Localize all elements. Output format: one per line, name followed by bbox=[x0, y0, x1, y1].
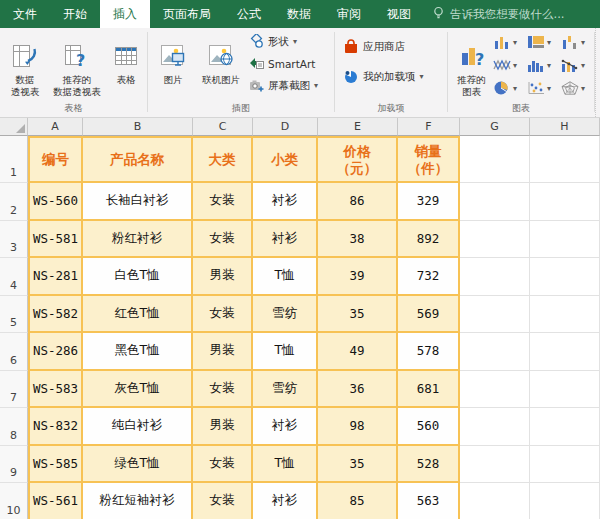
cell-B1[interactable]: 产品名称 bbox=[83, 136, 193, 183]
cell-E5[interactable]: 35 bbox=[318, 296, 398, 334]
cell-C2[interactable]: 女装 bbox=[193, 183, 253, 221]
cell-B4[interactable]: 白色T恤 bbox=[83, 258, 193, 296]
treemap-chart-button[interactable]: ▾ bbox=[527, 33, 560, 53]
cell-G2[interactable] bbox=[460, 183, 530, 221]
cell-C3[interactable]: 女装 bbox=[193, 221, 253, 259]
cell-F3[interactable]: 892 bbox=[398, 221, 460, 259]
cell-A4[interactable]: NS-281 bbox=[28, 258, 83, 296]
cell-B9[interactable]: 绿色T恤 bbox=[83, 446, 193, 484]
cell-B7[interactable]: 灰色T恤 bbox=[83, 371, 193, 409]
tab-review[interactable]: 审阅 bbox=[324, 0, 374, 28]
cell-G1[interactable] bbox=[460, 136, 530, 183]
histogram-chart-button[interactable]: ▾ bbox=[527, 56, 560, 76]
cell-G7[interactable] bbox=[460, 371, 530, 409]
select-all-corner[interactable] bbox=[0, 118, 28, 136]
pictures-button[interactable]: 图片 bbox=[153, 28, 193, 86]
tab-formulas[interactable]: 公式 bbox=[224, 0, 274, 28]
cell-E3[interactable]: 38 bbox=[318, 221, 398, 259]
cell-A6[interactable]: NS-286 bbox=[28, 333, 83, 371]
cell-G9[interactable] bbox=[460, 446, 530, 484]
cell-A2[interactable]: WS-560 bbox=[28, 183, 83, 221]
pie-chart-button[interactable]: ▾ bbox=[493, 79, 526, 99]
cell-C10[interactable]: 女装 bbox=[193, 483, 253, 519]
smartart-button[interactable]: SmartArt bbox=[249, 55, 318, 73]
tab-page-layout[interactable]: 页面布局 bbox=[150, 0, 224, 28]
cell-E10[interactable]: 85 bbox=[318, 483, 398, 519]
scatter-chart-button[interactable]: ▾ bbox=[527, 79, 560, 99]
cell-F4[interactable]: 732 bbox=[398, 258, 460, 296]
table-button[interactable]: 表格 bbox=[106, 28, 146, 86]
row-header-3[interactable]: 3 bbox=[0, 221, 28, 259]
column-header-B[interactable]: B bbox=[83, 118, 193, 136]
column-header-G[interactable]: G bbox=[460, 118, 530, 136]
tell-me-box[interactable]: 告诉我您想要做什么... bbox=[426, 0, 570, 28]
cell-A7[interactable]: WS-583 bbox=[28, 371, 83, 409]
cell-F1[interactable]: 销量 （件） bbox=[398, 136, 460, 183]
store-button[interactable]: 应用商店 bbox=[343, 38, 405, 56]
cell-G4[interactable] bbox=[460, 258, 530, 296]
cell-E9[interactable]: 35 bbox=[318, 446, 398, 484]
column-header-C[interactable]: C bbox=[193, 118, 253, 136]
cell-H3[interactable] bbox=[530, 221, 600, 259]
row-header-2[interactable]: 2 bbox=[0, 183, 28, 221]
row-header-5[interactable]: 5 bbox=[0, 296, 28, 334]
cell-H6[interactable] bbox=[530, 333, 600, 371]
tab-home[interactable]: 开始 bbox=[50, 0, 100, 28]
cell-A8[interactable]: NS-832 bbox=[28, 408, 83, 446]
row-header-6[interactable]: 6 bbox=[0, 333, 28, 371]
column-header-F[interactable]: F bbox=[398, 118, 460, 136]
my-addins-button[interactable]: 我的加载项 ▾ bbox=[343, 68, 424, 86]
column-header-D[interactable]: D bbox=[253, 118, 318, 136]
row-header-8[interactable]: 8 bbox=[0, 408, 28, 446]
cell-D5[interactable]: 雪纺 bbox=[253, 296, 318, 334]
cell-F8[interactable]: 560 bbox=[398, 408, 460, 446]
cell-G3[interactable] bbox=[460, 221, 530, 259]
row-header-4[interactable]: 4 bbox=[0, 258, 28, 296]
online-pictures-button[interactable]: 联机图片 bbox=[193, 28, 249, 86]
cell-G5[interactable] bbox=[460, 296, 530, 334]
cell-A10[interactable]: WS-561 bbox=[28, 483, 83, 519]
cell-F7[interactable]: 681 bbox=[398, 371, 460, 409]
cell-B10[interactable]: 粉红短袖衬衫 bbox=[83, 483, 193, 519]
waterfall-chart-button[interactable]: ▾ bbox=[561, 33, 594, 53]
screenshot-button[interactable]: 屏幕截图 ▾ bbox=[249, 77, 318, 95]
column-header-H[interactable]: H bbox=[530, 118, 600, 136]
cell-F6[interactable]: 578 bbox=[398, 333, 460, 371]
cell-H9[interactable] bbox=[530, 446, 600, 484]
line-chart-button[interactable]: ▾ bbox=[493, 56, 526, 76]
cell-B6[interactable]: 黑色T恤 bbox=[83, 333, 193, 371]
cell-F5[interactable]: 569 bbox=[398, 296, 460, 334]
column-header-E[interactable]: E bbox=[318, 118, 398, 136]
cell-F9[interactable]: 528 bbox=[398, 446, 460, 484]
shapes-button[interactable]: 形状 ▾ bbox=[249, 33, 318, 51]
row-header-9[interactable]: 9 bbox=[0, 446, 28, 484]
cell-C8[interactable]: 男装 bbox=[193, 408, 253, 446]
cell-B3[interactable]: 粉红衬衫 bbox=[83, 221, 193, 259]
tab-data[interactable]: 数据 bbox=[274, 0, 324, 28]
cell-D7[interactable]: 雪纺 bbox=[253, 371, 318, 409]
cell-G8[interactable] bbox=[460, 408, 530, 446]
cell-A9[interactable]: WS-585 bbox=[28, 446, 83, 484]
cell-D1[interactable]: 小类 bbox=[253, 136, 318, 183]
cell-D4[interactable]: T恤 bbox=[253, 258, 318, 296]
cell-A5[interactable]: WS-582 bbox=[28, 296, 83, 334]
cell-E6[interactable]: 49 bbox=[318, 333, 398, 371]
column-chart-button[interactable]: ▾ bbox=[493, 33, 526, 53]
tab-view[interactable]: 视图 bbox=[374, 0, 424, 28]
cell-H8[interactable] bbox=[530, 408, 600, 446]
cell-F10[interactable]: 563 bbox=[398, 483, 460, 519]
cell-E4[interactable]: 39 bbox=[318, 258, 398, 296]
combo-chart-button[interactable]: ▾ bbox=[561, 56, 594, 76]
row-header-1[interactable]: 1 bbox=[0, 136, 28, 183]
cell-E7[interactable]: 36 bbox=[318, 371, 398, 409]
cell-C4[interactable]: 男装 bbox=[193, 258, 253, 296]
pivottable-button[interactable]: 数据 透视表 bbox=[2, 28, 48, 98]
tab-insert[interactable]: 插入 bbox=[100, 0, 150, 28]
cell-E2[interactable]: 86 bbox=[318, 183, 398, 221]
recommended-charts-button[interactable]: ? 推荐的 图表 bbox=[450, 28, 493, 98]
cell-D8[interactable]: 衬衫 bbox=[253, 408, 318, 446]
tab-file[interactable]: 文件 bbox=[0, 0, 50, 28]
cell-E1[interactable]: 价格 （元） bbox=[318, 136, 398, 183]
row-header-10[interactable]: 10 bbox=[0, 483, 28, 519]
cell-H4[interactable] bbox=[530, 258, 600, 296]
